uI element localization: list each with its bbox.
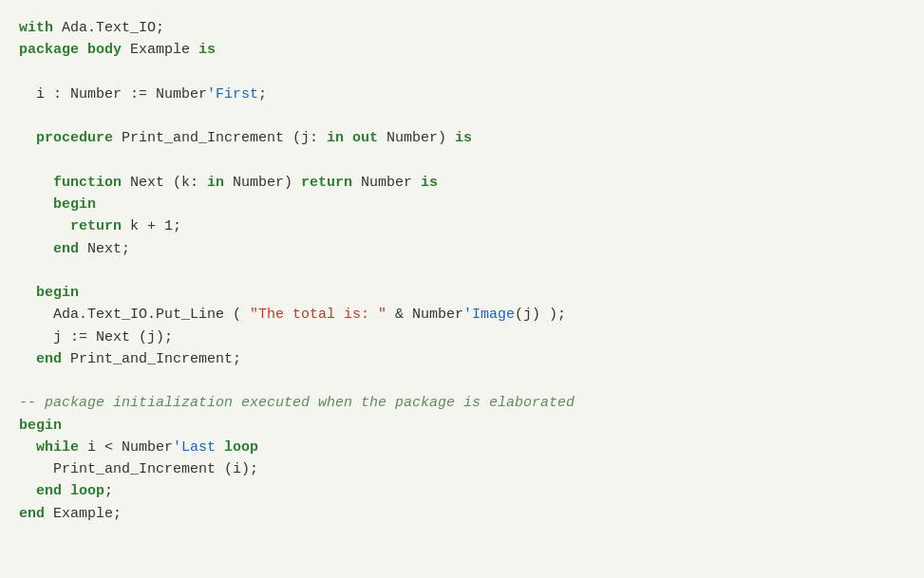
code-line-8: function Next (k: in Number) return Numb… bbox=[19, 172, 905, 194]
code-line-6: procedure Print_and_Increment (j: in out… bbox=[19, 127, 905, 149]
code-line-23: end Example; bbox=[19, 503, 905, 525]
code-line-19: begin bbox=[19, 415, 905, 437]
code-line-17 bbox=[19, 370, 905, 392]
code-line-15: j := Next (j); bbox=[19, 326, 905, 348]
code-line-20: while i < Number'Last loop bbox=[19, 437, 905, 458]
code-line-14: Ada.Text_IO.Put_Line ( "The total is: " … bbox=[19, 304, 905, 326]
code-line-22: end loop; bbox=[19, 480, 905, 502]
code-line-5 bbox=[19, 105, 905, 127]
code-editor: with Ada.Text_IO; package body Example i… bbox=[0, 0, 924, 578]
code-line-13: begin bbox=[19, 282, 905, 304]
code-line-4: i : Number := Number'First; bbox=[19, 84, 905, 105]
code-line-16: end Print_and_Increment; bbox=[19, 348, 905, 370]
code-line-21: Print_and_Increment (i); bbox=[19, 458, 905, 480]
code-line-18: -- package initialization executed when … bbox=[19, 392, 905, 414]
code-line-7 bbox=[19, 150, 905, 172]
code-line-1: with Ada.Text_IO; bbox=[19, 17, 905, 39]
code-line-9: begin bbox=[19, 194, 905, 215]
code-line-3 bbox=[19, 62, 905, 84]
code-line-2: package body Example is bbox=[19, 39, 905, 61]
code-line-10: return k + 1; bbox=[19, 215, 905, 237]
code-line-11: end Next; bbox=[19, 238, 905, 260]
code-line-12 bbox=[19, 260, 905, 282]
